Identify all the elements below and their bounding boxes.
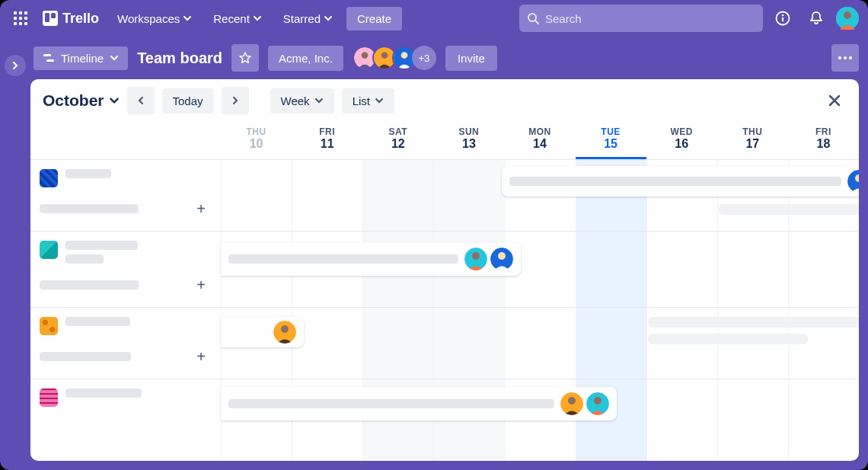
close-button[interactable] [822,88,847,113]
add-card-button[interactable]: + [190,198,212,219]
recent-menu[interactable]: Recent [206,8,270,30]
svg-point-27 [838,56,841,59]
svg-point-43 [594,397,602,404]
board-title[interactable]: Team board [137,50,222,67]
user-avatar[interactable] [836,7,859,30]
svg-point-29 [849,56,852,59]
prev-button[interactable] [127,87,155,114]
calendar-day-headers: THU10 FRI11 SAT12 SUN13 MON14 TUE15 WED1… [30,122,859,160]
timeline-card[interactable] [502,166,859,197]
search-box[interactable] [519,5,763,32]
svg-point-18 [844,11,851,19]
member-overflow[interactable]: +3 [412,46,436,70]
svg-rect-19 [43,54,51,56]
list-cell[interactable] [30,379,221,451]
timeline-card[interactable] [221,242,521,276]
organization-button[interactable]: Acme, Inc. [268,46,343,71]
chevron-down-icon [110,53,119,62]
chevron-right-icon [231,96,240,105]
bell-icon [809,11,824,26]
card-member-avatar [490,248,513,270]
list-icon [40,241,58,259]
list-cell[interactable]: + [30,308,221,379]
day-header[interactable]: THU17 [717,122,788,159]
calendar-rows: + [30,160,859,461]
list-icon [40,169,58,187]
card-member-avatar [560,392,583,415]
svg-point-28 [844,56,847,59]
info-button[interactable] [769,5,796,32]
apps-menu-button[interactable] [9,7,32,30]
today-button[interactable]: Today [162,88,214,114]
ellipsis-icon [838,56,852,59]
info-icon [775,11,790,26]
card-member-avatar [464,248,487,270]
svg-point-37 [498,252,506,260]
list-row [30,379,859,451]
chevron-left-icon [136,96,145,105]
svg-rect-8 [24,22,27,25]
calendar-toolbar: October Today Week List [30,79,859,122]
day-header[interactable]: SAT12 [362,122,433,159]
mode-picker[interactable]: List [342,88,394,114]
notifications-button[interactable] [803,5,830,32]
top-navigation: Trello Workspaces Recent Starred Create [0,0,868,37]
svg-point-22 [362,52,369,59]
svg-point-41 [568,397,576,404]
list-icon [40,317,58,335]
next-button[interactable] [222,87,249,114]
chevron-down-icon [375,96,384,105]
list-cell[interactable]: + [30,232,221,307]
trello-logo[interactable]: Trello [38,6,104,31]
svg-rect-20 [46,59,54,62]
invite-button[interactable]: Invite [445,46,497,71]
workspaces-menu[interactable]: Workspaces [110,8,199,30]
svg-point-39 [281,325,289,333]
chevron-down-icon [253,14,262,23]
svg-rect-3 [14,17,17,20]
chevron-down-icon [183,14,192,23]
svg-rect-16 [782,18,783,22]
timeline-card[interactable] [221,317,304,347]
day-header[interactable]: MON14 [504,122,575,159]
add-card-button[interactable]: + [190,274,212,296]
svg-rect-4 [19,17,22,20]
card-member-avatar [847,170,859,193]
day-header[interactable]: FRI18 [788,122,859,159]
board-members[interactable]: +3 [353,46,436,70]
svg-point-35 [472,252,480,260]
day-header[interactable]: THU10 [221,122,292,159]
trello-icon [43,11,58,26]
list-row: + [30,160,859,232]
chevron-down-icon [109,95,120,106]
list-cell[interactable]: + [30,160,221,231]
search-icon [527,12,539,24]
starred-menu[interactable]: Starred [276,8,340,30]
chevron-right-icon [11,61,20,70]
timeline-card-ghost[interactable] [719,204,859,215]
search-input[interactable] [545,12,755,25]
day-header[interactable]: FRI11 [292,122,362,159]
create-button[interactable]: Create [346,7,402,30]
chevron-down-icon [324,14,333,23]
star-button[interactable] [231,44,259,72]
month-picker[interactable]: October [43,91,120,110]
day-header[interactable]: WED16 [646,122,717,159]
board-menu-button[interactable] [831,44,859,72]
svg-line-13 [535,21,538,24]
list-icon [40,388,58,407]
app-name: Trello [62,11,99,27]
sidebar-expand-button[interactable] [5,55,26,76]
day-header[interactable]: SUN13 [433,122,504,159]
svg-rect-0 [14,11,17,14]
day-header-today[interactable]: TUE15 [576,122,646,159]
view-switcher[interactable]: Timeline [34,46,128,70]
timeline-card-ghost[interactable] [648,334,808,344]
add-card-button[interactable]: + [190,346,212,367]
list-row: + [30,232,859,308]
range-picker[interactable]: Week [270,88,334,114]
calendar-panel: October Today Week List [30,79,859,461]
timeline-card-ghost[interactable] [648,317,859,328]
svg-rect-11 [51,13,56,18]
timeline-card[interactable] [221,387,617,420]
